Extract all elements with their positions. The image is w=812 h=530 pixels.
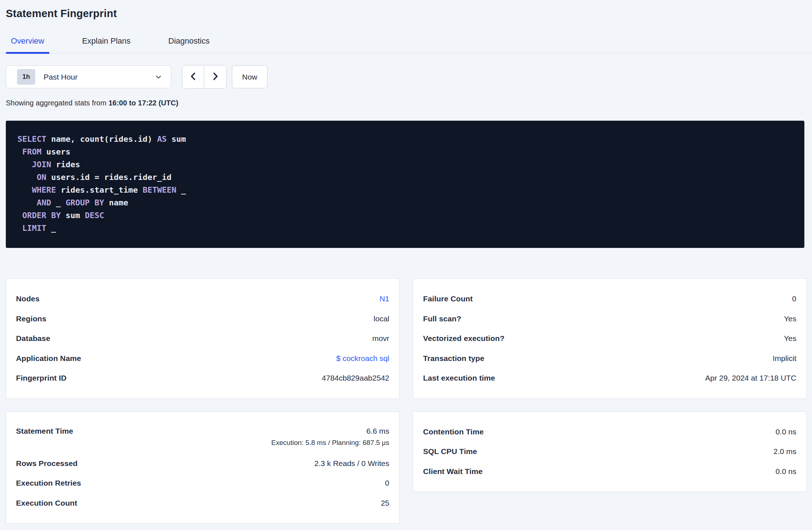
sql-text [17, 160, 32, 169]
stats-cards-grid: NodesN1RegionslocalDatabasemovrApplicati… [6, 278, 807, 523]
sql-keyword: WHERE [32, 185, 56, 194]
stat-value-wrap: Apr 29, 2024 at 17:18 UTC [705, 374, 796, 382]
stat-label: Failure Count [423, 294, 473, 303]
execution-attributes-card: Failure Count0Full scan?YesVectorized ex… [413, 278, 807, 399]
sql-text: rides.start_time [56, 185, 142, 194]
stat-label: Execution Retries [16, 479, 81, 487]
sql-text: sum [167, 134, 186, 144]
stat-value: Yes [784, 314, 796, 323]
stat-row: Rows Processed2.3 k Reads / 0 Writes [16, 454, 389, 474]
stat-value: 25 [381, 499, 389, 507]
sql-line: WHERE rides.start_time BETWEEN _ [17, 184, 793, 196]
stat-value-wrap: 2.3 k Reads / 0 Writes [314, 459, 389, 468]
stat-row: Last execution timeApr 29, 2024 at 17:18… [423, 368, 796, 388]
stat-value-wrap: 0.0 ns [776, 467, 796, 476]
stat-value-wrap: 0.0 ns [776, 427, 796, 436]
stat-label: Client Wait Time [423, 467, 483, 476]
sql-line: ORDER BY sum DESC [17, 209, 793, 222]
sql-line: JOIN rides [17, 158, 793, 171]
sql-text: users.id = rides.rider_id [46, 173, 171, 182]
stat-value-wrap: local [374, 314, 389, 323]
time-picker-controls: 1h Past Hour Now [6, 65, 807, 88]
sql-text: users [41, 147, 70, 156]
stat-value: 0.0 ns [776, 427, 796, 436]
stat-label: Full scan? [423, 314, 461, 323]
stat-value-link[interactable]: $ cockroach sql [336, 354, 389, 362]
statement-properties-card: NodesN1RegionslocalDatabasemovrApplicati… [6, 278, 399, 399]
stat-label: Transaction type [423, 354, 484, 363]
tab-diagnostics[interactable]: Diagnostics [163, 36, 215, 53]
time-range-arrows [182, 65, 226, 89]
tab-bar: OverviewExplain PlansDiagnostics [0, 36, 812, 53]
stat-value-wrap: 25 [381, 499, 389, 507]
stat-label: Execution Count [16, 499, 77, 507]
sql-text [17, 173, 37, 182]
tab-label: Explain Plans [82, 36, 130, 45]
stat-label: Statement Time [16, 427, 73, 435]
stat-row: Fingerprint ID4784cb829aab2542 [16, 368, 389, 388]
sql-text [17, 147, 22, 156]
time-range-select[interactable]: 1h Past Hour [6, 65, 171, 88]
stat-row: SQL CPU Time2.0 ms [423, 442, 796, 462]
sql-keyword: DESC [85, 211, 104, 220]
stat-label: Regions [16, 314, 47, 323]
stat-value-wrap: 0 [792, 294, 796, 303]
sql-keyword: ON [37, 173, 47, 182]
stat-value-wrap: 0 [385, 479, 389, 487]
sql-keyword: ORDER BY [22, 211, 61, 220]
tab-overview[interactable]: Overview [6, 36, 49, 53]
stat-label: Database [16, 334, 50, 343]
sql-keyword: FROM [22, 147, 41, 156]
stat-value: 4784cb829aab2542 [322, 374, 389, 382]
sql-text: _ [46, 224, 56, 233]
time-range-badge: 1h [17, 69, 35, 85]
stat-value-wrap: 2.0 ms [773, 447, 796, 456]
stat-value: 0 [792, 294, 796, 303]
stat-value: 0.0 ns [776, 467, 796, 475]
stat-subvalue: Execution: 5.8 ms / Planning: 687.5 µs [271, 439, 389, 447]
stat-value-link[interactable]: N1 [379, 294, 389, 303]
stat-row: Databasemovr [16, 329, 389, 349]
stat-value: Yes [784, 334, 796, 342]
stat-label: SQL CPU Time [423, 447, 477, 456]
tab-explain-plans[interactable]: Explain Plans [77, 36, 136, 53]
sql-text: _ [51, 198, 66, 207]
previous-range-button[interactable] [182, 65, 204, 88]
sql-keyword: AS [157, 134, 167, 144]
sql-line: SELECT name, count(rides.id) AS sum [17, 133, 793, 145]
sql-keyword: LIMIT [22, 224, 46, 233]
chevron-right-icon [210, 72, 220, 82]
time-range-label: Past Hour [44, 73, 77, 81]
stat-value: 0 [385, 479, 389, 487]
stat-row: Regionslocal [16, 309, 389, 329]
sql-text [17, 224, 22, 233]
stat-value: 6.6 ms [366, 427, 389, 435]
tab-label: Overview [11, 36, 44, 45]
sql-keyword: BETWEEN [142, 185, 176, 194]
sql-line: LIMIT _ [17, 222, 793, 234]
stat-label: Nodes [16, 294, 40, 303]
sql-text: sum [61, 211, 85, 220]
stat-row: Failure Count0 [423, 289, 796, 309]
sql-text [17, 211, 22, 220]
stat-value: 2.3 k Reads / 0 Writes [314, 459, 389, 467]
stat-value: Apr 29, 2024 at 17:18 UTC [705, 374, 796, 382]
sql-text: rides [51, 160, 80, 169]
statement-fingerprint-page: Statement Fingerprint OverviewExplain Pl… [0, 0, 812, 530]
stat-label: Contention Time [423, 427, 484, 436]
sql-text [17, 198, 37, 207]
stat-value-wrap: movr [372, 334, 389, 343]
next-range-button[interactable] [204, 65, 226, 88]
sql-text: name [104, 198, 128, 207]
sql-line: ON users.id = rides.rider_id [17, 171, 793, 184]
sql-keyword: SELECT [17, 134, 46, 144]
stat-label: Last execution time [423, 374, 495, 382]
wait-times-card: Contention Time0.0 nsSQL CPU Time2.0 msC… [413, 411, 807, 492]
sql-text: _ [176, 185, 186, 194]
now-button[interactable]: Now [232, 65, 268, 88]
stat-row: Statement Time6.6 msExecution: 5.8 ms / … [16, 422, 389, 454]
stat-row: Full scan?Yes [423, 309, 796, 329]
stat-row: Vectorized execution?Yes [423, 329, 796, 349]
sql-line: FROM users [17, 145, 793, 158]
stat-value-wrap: Yes [784, 314, 796, 323]
